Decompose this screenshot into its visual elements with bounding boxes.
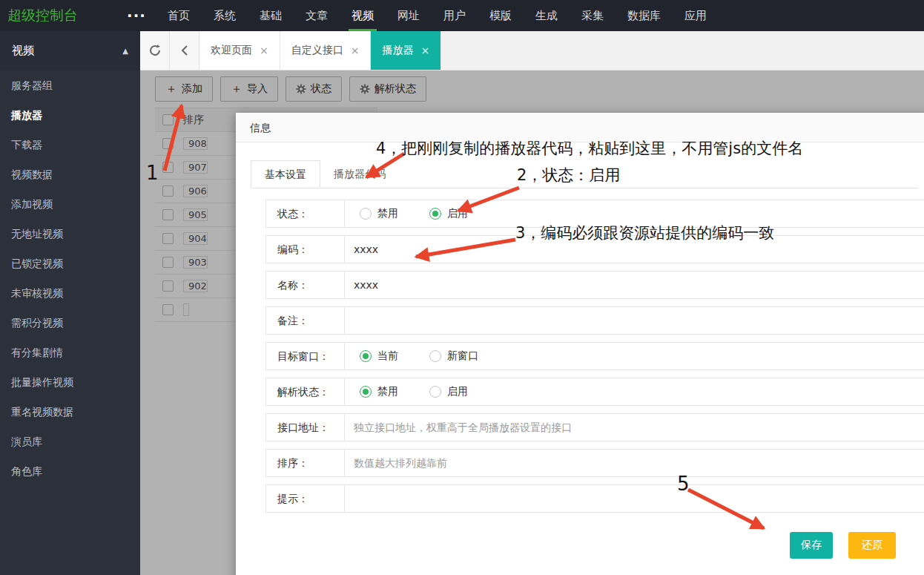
radio-label: 启用 [447,207,468,220]
sidebar-item-points-video[interactable]: 需积分视频 [0,308,140,338]
name-input[interactable] [345,272,924,298]
status-disable-radio[interactable]: 禁用 [360,207,398,220]
nav-item-app[interactable]: 应用 [673,0,719,31]
tab-welcome[interactable]: 欢迎页面 × [199,31,280,70]
target-window-label: 目标窗口： [265,342,345,370]
sidebar-item-video-data[interactable]: 视频数据 [0,160,140,189]
modal-tabs: 基本设置 播放器代码 [251,160,918,188]
form-row-api-address: 接口地址： [265,413,924,441]
more-menu-icon[interactable]: ··· [117,7,156,24]
remark-label: 备注： [265,306,345,335]
code-input[interactable] [345,237,924,262]
back-button[interactable] [170,31,199,70]
close-icon[interactable]: × [351,45,360,56]
nav-item-url[interactable]: 网址 [386,0,432,31]
parse-status-label: 解析状态： [265,378,345,406]
player-form: 状态： 禁用 启用 编码： 名称： 备注： [265,200,924,559]
nav-item-template[interactable]: 模版 [478,0,524,31]
form-row-status: 状态： 禁用 启用 [265,200,924,228]
status-enable-radio[interactable]: 启用 [429,207,468,220]
sidebar-item-unreviewed-video[interactable]: 未审核视频 [0,278,140,308]
code-label: 编码： [265,235,345,263]
nav-item-article[interactable]: 文章 [294,0,340,31]
radio-circle-icon [360,350,372,362]
sidebar-item-add-video[interactable]: 添加视频 [0,189,140,219]
nav-item-collect[interactable]: 采集 [570,0,616,31]
radio-circle-icon [429,350,441,362]
close-icon[interactable]: × [260,45,268,56]
form-row-tip: 提示： [265,484,924,513]
sidebar-item-role-library[interactable]: 角色库 [0,456,140,486]
nav-item-basic[interactable]: 基础 [248,0,294,31]
form-row-code: 编码： [265,235,924,263]
api-address-label: 接口地址： [265,413,345,441]
tab-label: 欢迎页面 [211,44,252,57]
sidebar-section-title: 视频 [12,44,34,58]
topbar: 超级控制台 ··· 首页 系统 基础 文章 视频 网址 用户 模版 生成 采集 … [0,0,924,31]
save-button[interactable]: 保存 [790,532,833,559]
radio-label: 新窗口 [447,349,478,363]
tab-player-code[interactable]: 播放器代码 [320,160,399,188]
sidebar-item-player[interactable]: 播放器 [0,100,140,130]
sidebar-item-actor-library[interactable]: 演员库 [0,427,140,456]
radio-label: 启用 [447,385,468,398]
tabbar: 欢迎页面 × 自定义接口 × 播放器 × [140,31,924,70]
reset-button[interactable]: 还原 [848,532,896,559]
nav-item-database[interactable]: 数据库 [616,0,673,31]
form-row-target-window: 目标窗口： 当前 新窗口 [265,342,924,370]
modal-title: 信息 [236,113,924,142]
radio-circle-icon [429,208,441,220]
sidebar-item-downloader[interactable]: 下载器 [0,130,140,160]
radio-circle-icon [360,208,372,220]
nav-item-system[interactable]: 系统 [202,0,248,31]
remark-input[interactable] [345,308,924,333]
nav-item-generate[interactable]: 生成 [524,0,570,31]
name-label: 名称： [265,271,345,299]
tab-basic-settings[interactable]: 基本设置 [251,160,320,188]
form-buttons: 保存 还原 [790,532,924,559]
tab-custom-api[interactable]: 自定义接口 × [280,31,372,70]
chevron-left-icon [180,45,189,56]
form-row-remark: 备注： [265,306,924,335]
api-address-input[interactable] [345,415,924,440]
radio-label: 当前 [377,349,398,363]
sidebar-item-duplicate-video-data[interactable]: 重名视频数据 [0,397,140,427]
target-current-radio[interactable]: 当前 [360,349,398,363]
sidebar-item-no-address-video[interactable]: 无地址视频 [0,219,140,249]
radio-label: 禁用 [377,385,398,398]
target-new-window-radio[interactable]: 新窗口 [429,349,478,363]
close-icon[interactable]: × [420,45,429,56]
app-title: 超级控制台 [0,6,117,25]
tab-player[interactable]: 播放器 × [371,31,441,70]
radio-circle-icon [429,386,441,398]
info-modal: 信息 基本设置 播放器代码 状态： 禁用 启用 编码： 名称： [236,113,924,575]
refresh-button[interactable] [140,31,170,70]
radio-label: 禁用 [377,207,398,220]
status-label: 状态： [265,200,345,228]
top-nav: 首页 系统 基础 文章 视频 网址 用户 模版 生成 采集 数据库 应用 [156,0,719,31]
refresh-icon [148,44,162,57]
sort-label: 排序： [265,449,345,477]
parse-enable-radio[interactable]: 启用 [429,385,468,398]
sort-input-field[interactable] [345,450,924,476]
form-row-parse-status: 解析状态： 禁用 启用 [265,378,924,406]
form-row-sort: 排序： [265,449,924,477]
sidebar-item-server-group[interactable]: 服务器组 [0,70,140,100]
nav-item-video[interactable]: 视频 [340,0,386,31]
tab-label: 自定义接口 [291,44,343,57]
collapse-icon[interactable]: ▲ [122,47,128,55]
form-row-name: 名称： [265,271,924,299]
nav-item-home[interactable]: 首页 [156,0,202,31]
sidebar-item-batch-operate-video[interactable]: 批量操作视频 [0,367,140,397]
tab-label: 播放器 [382,44,413,57]
parse-disable-radio[interactable]: 禁用 [360,385,398,398]
tip-label: 提示： [265,484,345,513]
radio-circle-icon [360,386,372,398]
sidebar-section-video[interactable]: 视频 ▲ [0,31,140,70]
sidebar-item-episode-plot[interactable]: 有分集剧情 [0,338,140,367]
sidebar-item-locked-video[interactable]: 已锁定视频 [0,249,140,278]
tip-input[interactable] [345,486,924,511]
sidebar: 视频 ▲ 服务器组 播放器 下载器 视频数据 添加视频 无地址视频 已锁定视频 … [0,31,140,575]
nav-item-user[interactable]: 用户 [432,0,478,31]
